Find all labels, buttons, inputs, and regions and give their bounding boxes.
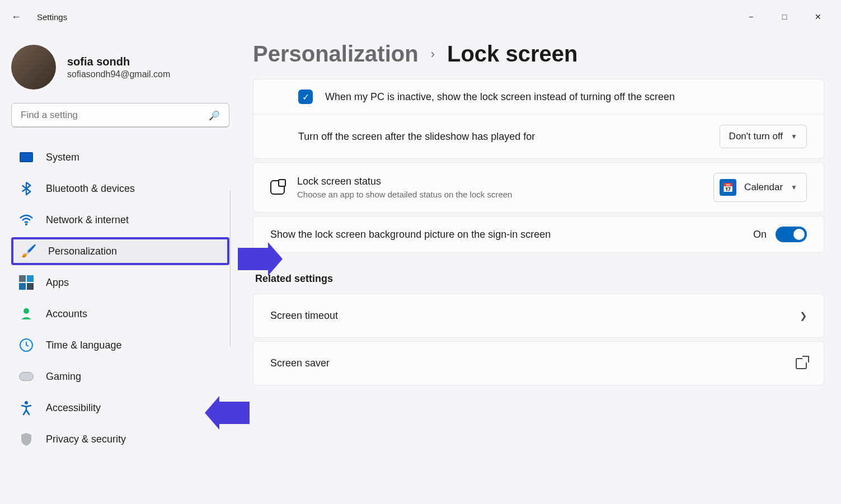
content-area: Personalization › Lock screen ✓ When my … (235, 34, 841, 504)
search-box[interactable]: 🔍 (11, 103, 229, 128)
chevron-down-icon: ▼ (791, 183, 797, 191)
sidebar-scroll-indicator (230, 190, 231, 347)
clock-icon (19, 338, 34, 352)
search-icon: 🔍 (209, 110, 220, 121)
nav-item-apps[interactable]: Apps (11, 269, 229, 296)
svg-point-1 (24, 308, 29, 314)
accessibility-icon (19, 401, 34, 415)
lock-status-card[interactable]: Lock screen status Choose an app to show… (253, 162, 824, 213)
nav-label: Bluetooth & devices (46, 183, 135, 195)
link-label: Screen timeout (270, 310, 338, 322)
user-name: sofia sondh (67, 55, 170, 68)
svg-point-0 (25, 223, 27, 225)
shield-icon (19, 432, 34, 446)
wifi-icon (19, 213, 34, 227)
calendar-icon: 📅 (720, 179, 736, 196)
gamepad-icon (19, 369, 34, 384)
nav-label: Privacy & security (46, 434, 126, 445)
breadcrumb-parent[interactable]: Personalization (253, 41, 419, 67)
chevron-right-icon: ❯ (800, 310, 807, 321)
system-icon (19, 150, 34, 164)
nav-item-bluetooth[interactable]: Bluetooth & devices (11, 175, 229, 202)
nav-label: Network & internet (46, 214, 129, 226)
annotation-arrow-1 (238, 248, 269, 270)
back-button[interactable]: ← (11, 11, 21, 23)
toggle-state-label: On (753, 229, 767, 241)
inactive-checkbox-row[interactable]: ✓ When my PC is inactive, show the lock … (253, 79, 824, 114)
status-icon (270, 180, 285, 195)
window-controls: − □ ✕ (738, 6, 831, 28)
annotation-arrow-2 (218, 402, 250, 424)
apps-icon (19, 275, 34, 290)
nav-label: Apps (46, 277, 69, 289)
nav-item-network[interactable]: Network & internet (11, 206, 229, 234)
screen-saver-link[interactable]: Screen saver (253, 341, 824, 385)
nav-label: Accounts (46, 308, 87, 320)
nav-item-privacy[interactable]: Privacy & security (11, 425, 229, 453)
chevron-right-icon: › (431, 47, 435, 62)
turn-off-label: Turn off the screen after the slideshow … (298, 131, 535, 143)
app-title: Settings (37, 12, 67, 22)
lock-status-subtitle: Choose an app to show detailed status on… (297, 190, 512, 199)
minimize-button[interactable]: − (738, 6, 764, 28)
nav-label: Time & language (46, 340, 121, 351)
nav-item-accounts[interactable]: Accounts (11, 300, 229, 328)
turn-off-select[interactable]: Don't turn off ▼ (720, 125, 807, 148)
select-value: Calendar (744, 182, 783, 193)
bluetooth-icon (19, 181, 34, 196)
nav-item-accessibility[interactable]: Accessibility (11, 394, 229, 422)
link-label: Screen saver (270, 357, 330, 369)
titlebar: ← Settings − □ ✕ (0, 0, 841, 34)
nav-label: Personalization (48, 246, 117, 257)
paintbrush-icon: 🖌️ (21, 244, 36, 258)
signin-bg-label: Show the lock screen background picture … (270, 229, 551, 241)
user-account-row[interactable]: sofia sondh sofiasondh94@gmail.com (11, 45, 229, 90)
screen-timeout-link[interactable]: Screen timeout ❯ (253, 294, 824, 338)
search-input[interactable] (21, 110, 209, 121)
nav-label: Accessibility (46, 402, 101, 414)
breadcrumb-current: Lock screen (447, 41, 577, 67)
nav-item-time[interactable]: Time & language (11, 331, 229, 359)
related-settings-header: Related settings (255, 273, 824, 285)
person-icon (19, 307, 34, 321)
nav-item-system[interactable]: System (11, 143, 229, 171)
external-link-icon (796, 358, 807, 369)
checkbox-checked-icon[interactable]: ✓ (298, 90, 313, 104)
signin-bg-card[interactable]: Show the lock screen background picture … (253, 216, 824, 253)
nav-label: Gaming (46, 371, 81, 383)
nav-label: System (46, 152, 79, 163)
status-app-select[interactable]: 📅 Calendar ▼ (713, 173, 807, 202)
signin-bg-toggle[interactable] (776, 227, 807, 242)
slideshow-options-card: ✓ When my PC is inactive, show the lock … (253, 79, 824, 159)
nav-item-gaming[interactable]: Gaming (11, 362, 229, 390)
chevron-down-icon: ▼ (791, 133, 797, 140)
user-email: sofiasondh94@gmail.com (67, 69, 170, 79)
avatar (11, 45, 56, 90)
lock-status-title: Lock screen status (297, 176, 381, 187)
sidebar: sofia sondh sofiasondh94@gmail.com 🔍 Sys… (0, 34, 235, 504)
nav-list: System Bluetooth & devices Network & int… (11, 143, 229, 456)
breadcrumb: Personalization › Lock screen (253, 41, 824, 67)
turn-off-row: Turn off the screen after the slideshow … (253, 114, 824, 158)
close-button[interactable]: ✕ (805, 6, 831, 28)
checkbox-label: When my PC is inactive, show the lock sc… (325, 91, 675, 103)
select-value: Don't turn off (729, 131, 783, 142)
svg-point-3 (25, 401, 28, 404)
nav-item-personalization[interactable]: 🖌️ Personalization (11, 237, 229, 265)
maximize-button[interactable]: □ (772, 6, 797, 28)
